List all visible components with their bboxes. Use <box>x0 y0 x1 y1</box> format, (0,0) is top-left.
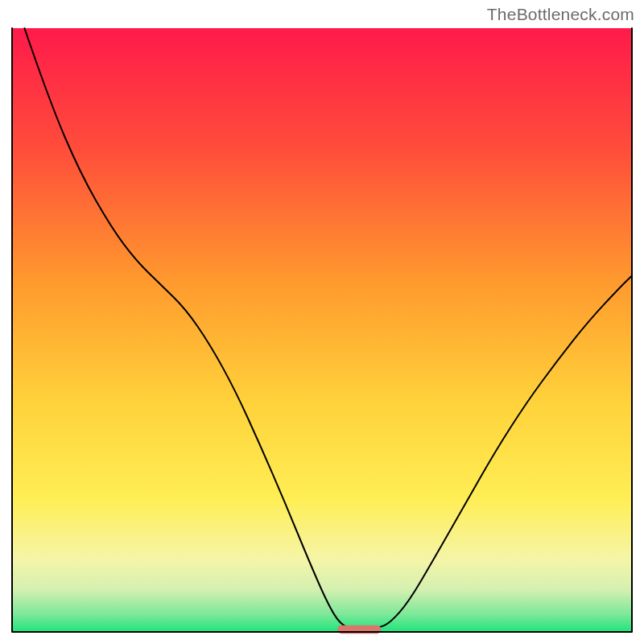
chart-container: TheBottleneck.com <box>0 0 644 644</box>
watermark-text: TheBottleneck.com <box>487 5 634 24</box>
bottleneck-chart-canvas <box>0 0 644 644</box>
